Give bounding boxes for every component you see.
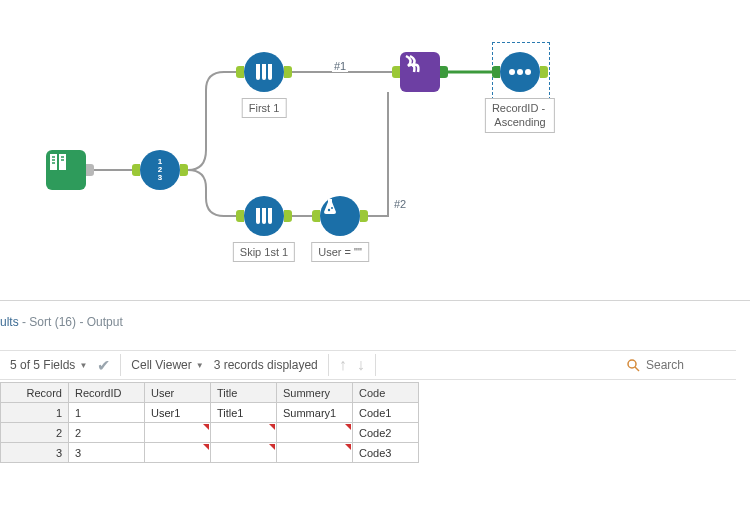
records-count: 3 records displayed <box>214 358 318 372</box>
anchor-in[interactable] <box>236 66 244 78</box>
node-recordid[interactable]: 123 <box>140 150 180 190</box>
node-sort[interactable]: RecordID - Ascending <box>500 52 540 92</box>
anchor-in[interactable] <box>492 66 500 78</box>
search-box[interactable] <box>626 358 726 372</box>
formula-icon <box>320 196 360 236</box>
link-label-2: #2 <box>392 198 408 210</box>
anchor-out[interactable] <box>284 210 292 222</box>
anchor-out[interactable] <box>180 164 188 176</box>
chevron-down-icon: ▼ <box>79 361 87 370</box>
arrow-up-icon[interactable]: ↑ <box>339 357 347 373</box>
node-input[interactable] <box>46 150 86 190</box>
arrow-down-icon[interactable]: ↓ <box>357 357 365 373</box>
panel-separator <box>0 300 750 301</box>
separator <box>328 354 329 376</box>
table-header-row: Record RecordID User Title Summery Code <box>1 383 419 403</box>
table-row[interactable]: 1 1 User1 Title1 Summary1 Code1 <box>1 403 419 423</box>
results-toolbar: 5 of 5 Fields ▼ ✔ Cell Viewer ▼ 3 record… <box>0 350 736 380</box>
svg-line-3 <box>635 367 639 371</box>
anchor-out[interactable] <box>360 210 368 222</box>
anchor-out[interactable] <box>540 66 548 78</box>
node-union[interactable] <box>400 52 440 92</box>
col-summery[interactable]: Summery <box>277 383 353 403</box>
col-record[interactable]: Record <box>1 383 69 403</box>
search-icon <box>626 358 640 372</box>
connector-layer <box>0 0 750 300</box>
table-row[interactable]: 3 3 Code3 <box>1 443 419 463</box>
anchor-out[interactable] <box>86 164 94 176</box>
svg-point-2 <box>628 360 636 368</box>
node-label: User = "" <box>311 242 369 262</box>
node-label: First 1 <box>242 98 287 118</box>
fields-dropdown[interactable]: 5 of 5 Fields ▼ <box>10 358 87 372</box>
anchor-out[interactable] <box>440 66 448 78</box>
results-table[interactable]: Record RecordID User Title Summery Code … <box>0 382 419 463</box>
svg-point-1 <box>331 207 333 209</box>
table-row[interactable]: 2 2 Code2 <box>1 423 419 443</box>
node-label: RecordID - Ascending <box>485 98 555 133</box>
separator <box>375 354 376 376</box>
anchor-in[interactable] <box>312 210 320 222</box>
anchor-in[interactable] <box>392 66 400 78</box>
node-label: Skip 1st 1 <box>233 242 295 262</box>
svg-point-0 <box>328 209 330 211</box>
col-user[interactable]: User <box>145 383 211 403</box>
search-input[interactable] <box>646 358 726 372</box>
sort-icon <box>500 52 540 92</box>
col-recordid[interactable]: RecordID <box>69 383 145 403</box>
recordid-icon: 123 <box>140 150 180 190</box>
col-code[interactable]: Code <box>353 383 419 403</box>
chevron-down-icon: ▼ <box>196 361 204 370</box>
cellviewer-label: Cell Viewer <box>131 358 191 372</box>
col-title[interactable]: Title <box>211 383 277 403</box>
select-icon <box>244 196 284 236</box>
cellviewer-dropdown[interactable]: Cell Viewer ▼ <box>131 358 203 372</box>
check-icon[interactable]: ✔ <box>97 356 110 375</box>
node-skip1[interactable]: Skip 1st 1 <box>244 196 284 236</box>
node-first1[interactable]: First 1 <box>244 52 284 92</box>
union-icon <box>400 52 440 92</box>
select-icon <box>244 52 284 92</box>
workflow-canvas[interactable]: #1 #2 123 First 1 Skip 1st 1 <box>0 0 750 300</box>
input-icon <box>46 150 86 190</box>
fields-label: 5 of 5 Fields <box>10 358 75 372</box>
node-formula[interactable]: User = "" <box>320 196 360 236</box>
anchor-in[interactable] <box>236 210 244 222</box>
anchor-in[interactable] <box>132 164 140 176</box>
separator <box>120 354 121 376</box>
link-label-1: #1 <box>332 60 348 72</box>
results-panel-title: ults - Sort (16) - Output <box>0 315 123 329</box>
anchor-out[interactable] <box>284 66 292 78</box>
